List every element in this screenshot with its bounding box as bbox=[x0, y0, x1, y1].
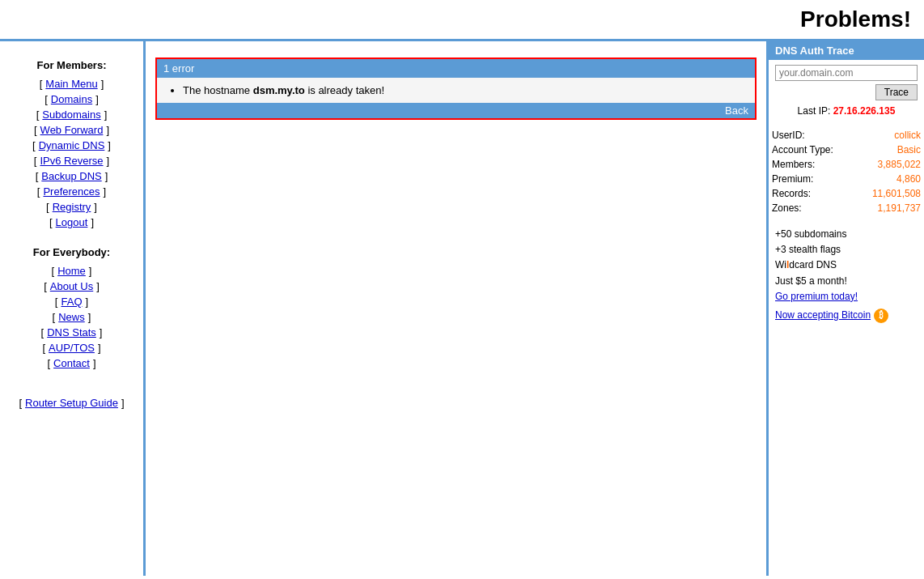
sidebar: For Members: [ Main Menu ] [ Domains ] [… bbox=[0, 41, 146, 576]
sidebar-link-logout[interactable]: Logout bbox=[56, 216, 88, 228]
dns-domain-input[interactable] bbox=[775, 65, 918, 81]
zones-value: 1,191,737 bbox=[854, 201, 924, 215]
sidebar-item-ipv6-reverse[interactable]: [ IPv6 Reverse ] bbox=[0, 153, 143, 168]
sidebar-link-contact[interactable]: Contact bbox=[53, 357, 90, 369]
promo-wildcard-suffix: dcard DNS bbox=[789, 259, 837, 270]
error-message-suffix: is already taken! bbox=[305, 84, 384, 96]
sidebar-item-subdomains[interactable]: [ Subdomains ] bbox=[0, 107, 143, 122]
sidebar-link-preferences[interactable]: Preferences bbox=[43, 185, 100, 198]
sidebar-item-contact[interactable]: [ Contact ] bbox=[0, 355, 143, 371]
promo-line2: +3 stealth flags bbox=[775, 242, 918, 258]
table-row: Zones: 1,191,737 bbox=[769, 201, 924, 215]
members-value: 3,885,022 bbox=[854, 157, 924, 172]
sidebar-item-dynamic-dns[interactable]: [ Dynamic DNS ] bbox=[0, 138, 143, 153]
back-link[interactable]: Back bbox=[725, 104, 748, 117]
bitcoin-icon: ₿ bbox=[874, 309, 888, 323]
sidebar-link-faq[interactable]: FAQ bbox=[61, 296, 82, 308]
sidebar-item-router-setup[interactable]: [ Router Setup Guide ] bbox=[8, 395, 135, 411]
error-body: The hostname dsm.my.to is already taken! bbox=[157, 78, 755, 103]
dns-auth-trace-title: DNS Auth Trace bbox=[769, 41, 924, 60]
sidebar-link-registry[interactable]: Registry bbox=[53, 201, 91, 213]
sidebar-link-ipv6-reverse[interactable]: IPv6 Reverse bbox=[40, 155, 103, 167]
sidebar-link-aup-tos[interactable]: AUP/TOS bbox=[49, 342, 95, 354]
sidebar-link-home[interactable]: Home bbox=[57, 265, 86, 277]
records-value: 11,601,508 bbox=[854, 186, 924, 201]
dns-auth-trace-body: Trace Last IP: 27.16.226.135 bbox=[769, 60, 924, 128]
sidebar-item-news[interactable]: [ News ] bbox=[0, 309, 143, 325]
sidebar-link-subdomains[interactable]: Subdomains bbox=[42, 109, 100, 121]
last-ip-row: Last IP: 27.16.226.135 bbox=[775, 105, 918, 117]
userid-value: collick bbox=[854, 128, 924, 143]
sidebar-item-faq[interactable]: [ FAQ ] bbox=[0, 294, 143, 309]
sidebar-link-dynamic-dns[interactable]: Dynamic DNS bbox=[39, 139, 105, 151]
last-ip-value: 27.16.226.135 bbox=[833, 105, 896, 117]
sidebar-link-dns-stats[interactable]: DNS Stats bbox=[47, 326, 96, 338]
bitcoin-link[interactable]: Now accepting Bitcoin bbox=[775, 308, 871, 323]
promo-wildcard-dns: Wildcard DNS bbox=[775, 258, 918, 273]
account-type-label: Account Type: bbox=[769, 143, 854, 157]
error-hostname: dsm.my.to bbox=[253, 84, 305, 96]
sidebar-item-home[interactable]: [ Home ] bbox=[0, 263, 143, 279]
promo-box: +50 subdomains +3 stealth flags Wildcard… bbox=[769, 222, 924, 328]
promo-line1: +50 subdomains bbox=[775, 227, 918, 242]
table-row: Members: 3,885,022 bbox=[769, 157, 924, 172]
bitcoin-row: Now accepting Bitcoin ₿ bbox=[775, 308, 918, 323]
sidebar-item-domains[interactable]: [ Domains ] bbox=[0, 92, 143, 107]
page-title: Problems! bbox=[13, 6, 911, 32]
promo-line3: Just $5 a month! bbox=[775, 274, 918, 289]
sidebar-link-web-forward[interactable]: Web Forward bbox=[40, 124, 104, 136]
sidebar-everybody-title: For Everybody: bbox=[0, 246, 143, 258]
trace-button[interactable]: Trace bbox=[875, 84, 918, 100]
userid-label: UserID: bbox=[769, 128, 854, 143]
premium-label: Premium: bbox=[769, 172, 854, 186]
sidebar-link-domains[interactable]: Domains bbox=[51, 93, 92, 105]
last-ip-label: Last IP: bbox=[798, 105, 831, 117]
sidebar-item-dns-stats[interactable]: [ DNS Stats ] bbox=[0, 325, 143, 340]
zones-label: Zones: bbox=[769, 201, 854, 215]
sidebar-link-router-setup[interactable]: Router Setup Guide bbox=[25, 397, 118, 409]
sidebar-item-about-us[interactable]: [ About Us ] bbox=[0, 279, 143, 294]
sidebar-link-about-us[interactable]: About Us bbox=[50, 280, 93, 292]
error-box: 1 error The hostname dsm.my.to is alread… bbox=[155, 57, 757, 120]
table-row: UserID: collick bbox=[769, 128, 924, 143]
premium-value: 4,860 bbox=[854, 172, 924, 186]
main-content: 1 error The hostname dsm.my.to is alread… bbox=[146, 41, 766, 576]
members-label: Members: bbox=[769, 157, 854, 172]
sidebar-members-title: For Members: bbox=[0, 59, 143, 71]
sidebar-item-preferences[interactable]: [ Preferences ] bbox=[0, 184, 143, 199]
account-type-value: Basic bbox=[854, 143, 924, 157]
promo-wildcard-prefix: Wi bbox=[775, 259, 786, 270]
records-label: Records: bbox=[769, 186, 854, 201]
error-message: The hostname dsm.my.to is already taken! bbox=[183, 84, 745, 96]
table-row: Premium: 4,860 bbox=[769, 172, 924, 186]
right-panel: DNS Auth Trace Trace Last IP: 27.16.226.… bbox=[766, 41, 924, 576]
table-row: Account Type: Basic bbox=[769, 143, 924, 157]
sidebar-item-registry[interactable]: [ Registry ] bbox=[0, 199, 143, 215]
sidebar-item-main-menu[interactable]: [ Main Menu ] bbox=[0, 76, 143, 92]
error-footer: Back bbox=[157, 103, 755, 118]
sidebar-item-backup-dns[interactable]: [ Backup DNS ] bbox=[0, 168, 143, 184]
table-row: Records: 11,601,508 bbox=[769, 186, 924, 201]
promo-link[interactable]: Go premium today! bbox=[775, 291, 858, 302]
error-header: 1 error bbox=[157, 59, 755, 78]
stats-table: UserID: collick Account Type: Basic Memb… bbox=[769, 128, 924, 215]
sidebar-item-aup-tos[interactable]: [ AUP/TOS ] bbox=[0, 340, 143, 355]
sidebar-item-web-forward[interactable]: [ Web Forward ] bbox=[0, 122, 143, 138]
error-message-prefix: The hostname bbox=[183, 84, 253, 96]
sidebar-link-news[interactable]: News bbox=[58, 311, 85, 323]
promo-link-row[interactable]: Go premium today! bbox=[775, 289, 918, 304]
sidebar-link-main-menu[interactable]: Main Menu bbox=[45, 78, 97, 90]
sidebar-item-logout[interactable]: [ Logout ] bbox=[0, 215, 143, 230]
sidebar-link-backup-dns[interactable]: Backup DNS bbox=[41, 170, 101, 182]
